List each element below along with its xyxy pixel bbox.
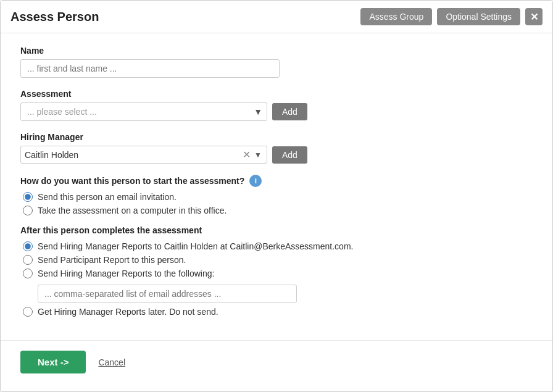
modal-footer: Next -> Cancel <box>1 340 552 383</box>
radio-later-label: Get Hiring Manager Reports later. Do not… <box>38 307 218 317</box>
optional-settings-button[interactable]: Optional Settings <box>437 8 520 25</box>
assessment-field-group: Assessment ... please select ... ▼ Add <box>20 89 533 121</box>
assessment-label: Assessment <box>20 89 533 99</box>
radio-email-label: Send this person an email invitation. <box>38 192 177 202</box>
after-radio-group: Send Hiring Manager Reports to Caitlin H… <box>20 241 533 317</box>
radio-hiring-report-option[interactable]: Send Hiring Manager Reports to Caitlin H… <box>23 241 533 251</box>
radio-computer-input[interactable] <box>23 206 33 215</box>
radio-computer-option[interactable]: Take the assessment on a computer in thi… <box>23 206 533 215</box>
hiring-manager-field-group: Hiring Manager Caitlin Holden ✕ ▼ Add <box>20 132 533 164</box>
header-buttons: Assess Group Optional Settings ✕ <box>360 8 543 25</box>
name-label: Name <box>20 46 533 56</box>
after-assessment-section: After this person completes the assessme… <box>20 225 533 317</box>
hiring-manager-select-inner: Caitlin Holden ✕ ▼ <box>20 146 267 164</box>
start-assessment-section: How do you want this person to start the… <box>20 175 533 215</box>
radio-email-option[interactable]: Send this person an email invitation. <box>23 192 533 202</box>
assess-person-modal: Assess Person Assess Group Optional Sett… <box>0 0 553 392</box>
close-button[interactable]: ✕ <box>525 8 543 25</box>
name-input[interactable] <box>20 59 280 78</box>
modal-title: Assess Person <box>10 10 360 24</box>
after-label: After this person completes the assessme… <box>20 225 533 235</box>
hiring-manager-add-button[interactable]: Add <box>272 146 307 164</box>
assessment-select[interactable]: ... please select ... <box>20 102 267 121</box>
modal-header: Assess Person Assess Group Optional Sett… <box>1 1 552 33</box>
radio-email-input[interactable] <box>23 192 33 202</box>
radio-following-option[interactable]: Send Hiring Manager Reports to the follo… <box>23 269 533 278</box>
cancel-button[interactable]: Cancel <box>98 357 125 367</box>
radio-later-input[interactable] <box>23 307 33 317</box>
radio-later-option[interactable]: Get Hiring Manager Reports later. Do not… <box>23 307 533 317</box>
radio-following-label: Send Hiring Manager Reports to the follo… <box>38 269 214 278</box>
assessment-select-wrapper: ... please select ... ▼ <box>20 102 267 121</box>
start-question-label: How do you want this person to start the… <box>20 175 533 187</box>
start-radio-group: Send this person an email invitation. Ta… <box>20 192 533 215</box>
radio-participant-option[interactable]: Send Participant Report to this person. <box>23 255 533 265</box>
radio-computer-label: Take the assessment on a computer in thi… <box>38 206 227 215</box>
start-question-text: How do you want this person to start the… <box>20 176 244 186</box>
email-addresses-input[interactable] <box>38 285 297 303</box>
hiring-manager-clear-button[interactable]: ✕ <box>240 149 253 161</box>
radio-following-input[interactable] <box>23 269 33 278</box>
hiring-manager-value: Caitlin Holden <box>25 150 240 160</box>
radio-hiring-report-label: Send Hiring Manager Reports to Caitlin H… <box>38 241 353 251</box>
radio-participant-label: Send Participant Report to this person. <box>38 255 186 265</box>
assessment-add-button[interactable]: Add <box>272 103 307 120</box>
hiring-manager-label: Hiring Manager <box>20 132 533 142</box>
next-button[interactable]: Next -> <box>20 351 86 373</box>
info-icon[interactable]: i <box>249 175 262 187</box>
name-field-group: Name <box>20 46 533 78</box>
radio-participant-input[interactable] <box>23 255 33 265</box>
hiring-manager-dropdown-button[interactable]: ▼ <box>253 151 263 159</box>
radio-hiring-report-input[interactable] <box>23 241 33 251</box>
hiring-manager-select-row: Caitlin Holden ✕ ▼ Add <box>20 146 533 164</box>
assessment-select-row: ... please select ... ▼ Add <box>20 102 533 121</box>
modal-body: Name Assessment ... please select ... ▼ … <box>1 33 552 340</box>
hiring-manager-select-wrapper: Caitlin Holden ✕ ▼ <box>20 146 267 164</box>
assess-group-button[interactable]: Assess Group <box>360 8 432 25</box>
